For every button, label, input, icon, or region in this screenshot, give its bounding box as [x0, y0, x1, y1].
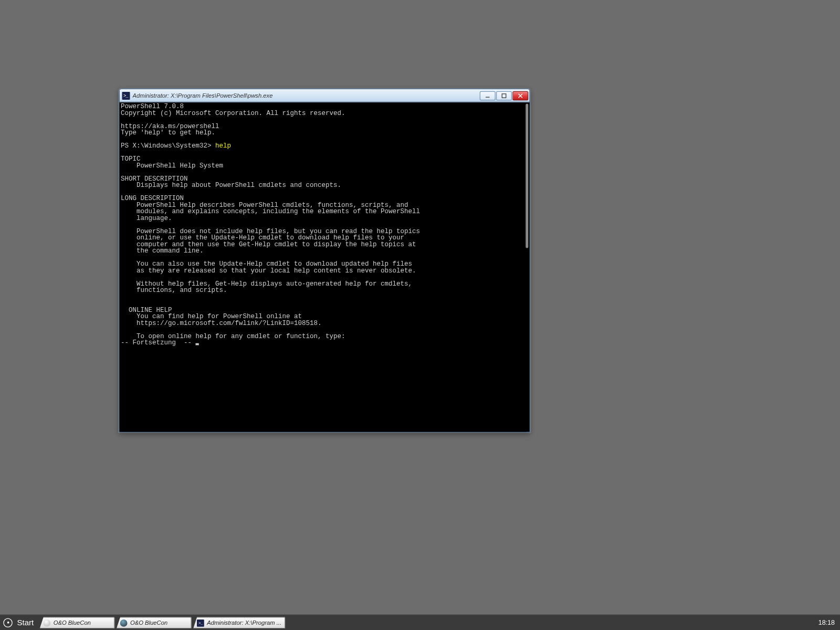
- minimize-button[interactable]: [480, 91, 496, 100]
- maximize-button[interactable]: [496, 91, 512, 100]
- taskbar: Start O&O BlueCon O&O BlueCon >_ Adminis…: [0, 614, 840, 630]
- svg-rect-1: [502, 93, 506, 98]
- clock[interactable]: 18:18: [813, 615, 840, 630]
- terminal-line: Type 'help' to get help.: [121, 129, 215, 136]
- scrollbar[interactable]: [526, 104, 528, 248]
- prompt-prefix: PS X:\Windows\System32>: [121, 142, 215, 150]
- taskbar-item-bluecon-1[interactable]: O&O BlueCon: [39, 617, 115, 629]
- terminal-line: functions, and scripts.: [121, 287, 227, 294]
- terminal-line: as they are released so that your local …: [121, 267, 416, 275]
- start-button-icon[interactable]: [0, 615, 16, 630]
- taskbar-item-bluecon-2[interactable]: O&O BlueCon: [117, 617, 192, 629]
- powershell-icon: >_: [197, 619, 204, 626]
- window-controls: [479, 91, 529, 100]
- taskbar-item-label: Administrator: X:\Program ...: [207, 620, 281, 626]
- terminal-line: Displays help about PowerShell cmdlets a…: [121, 182, 341, 189]
- window-title: Administrator: X:\Program Files\PowerShe…: [133, 92, 479, 99]
- terminal-output[interactable]: PowerShell 7.0.8 Copyright (c) Microsoft…: [120, 102, 527, 433]
- taskbar-item-label: O&O BlueCon: [54, 620, 91, 626]
- close-button[interactable]: [512, 91, 528, 100]
- powershell-icon: >_: [122, 91, 130, 99]
- prompt-command: help: [215, 142, 231, 150]
- taskbar-item-label: O&O BlueCon: [130, 620, 167, 626]
- powershell-window: >_ Administrator: X:\Program Files\Power…: [119, 89, 530, 433]
- start-button[interactable]: Start: [16, 615, 39, 630]
- continuation-prompt: -- Fortsetzung --: [121, 339, 196, 346]
- terminal-line: Copyright (c) Microsoft Corporation. All…: [121, 110, 345, 117]
- desktop: >_ Administrator: X:\Program Files\Power…: [0, 0, 840, 614]
- titlebar[interactable]: >_ Administrator: X:\Program Files\Power…: [120, 89, 530, 102]
- taskbar-item-powershell[interactable]: >_ Administrator: X:\Program ...: [193, 617, 286, 629]
- terminal-line: language.: [121, 215, 172, 222]
- taskbar-spacer: [286, 615, 813, 630]
- terminal-line: the command line.: [121, 247, 204, 255]
- bluecon-icon: [120, 619, 128, 626]
- cursor: [196, 343, 199, 345]
- terminal-line: PowerShell Help System: [121, 162, 223, 170]
- bluecon-icon: [44, 619, 51, 626]
- terminal-line: https://go.microsoft.com/fwlink/?LinkID=…: [121, 320, 322, 327]
